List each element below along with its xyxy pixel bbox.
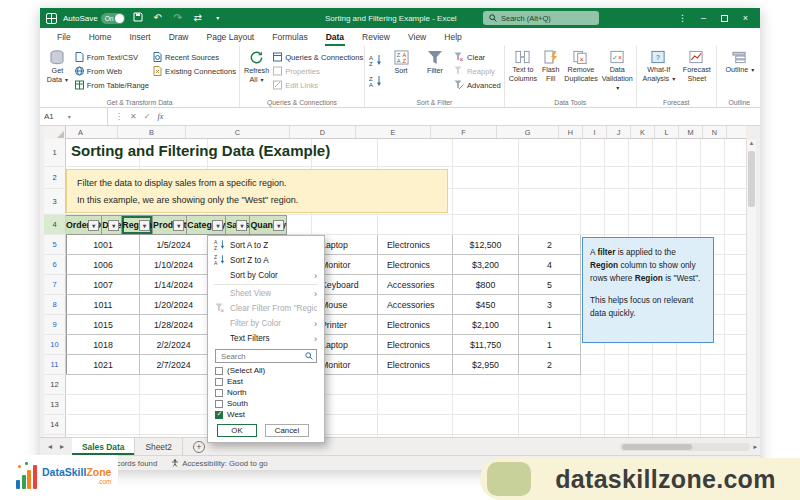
table-cell[interactable]: Electronics [378,355,453,375]
from-table-range-button[interactable]: From Table/Range [75,79,149,91]
horizontal-scroll-thumb[interactable] [622,444,692,450]
table-cell[interactable]: 1/20/2024 [140,295,208,315]
vertical-scrollbar[interactable]: ▲ [746,139,756,437]
checkbox-icon[interactable] [215,378,223,386]
column-header[interactable]: E [356,126,431,138]
filter-option[interactable]: South [215,398,317,409]
table-cell[interactable]: 1015 [66,315,140,335]
table-cell[interactable]: $800 [453,275,519,295]
close-button[interactable]: × [735,8,756,28]
sort-a-to-z-button[interactable]: AZ [369,52,382,70]
table-cell[interactable]: $2,100 [453,315,519,335]
checkbox-icon[interactable] [215,411,223,419]
row-header[interactable]: 1 [44,139,66,166]
drag-handle-icon[interactable]: ⋮ [115,112,123,121]
queries-connections-button[interactable]: Queries & Connections [273,51,363,63]
sheet-nav-right-icon[interactable]: ▸ [60,442,64,451]
horizontal-scrollbar[interactable] [620,443,750,451]
ribbon-options-button[interactable]: ⋮ [672,8,693,28]
table-cell[interactable]: 2 [519,355,581,375]
filter-dropdown-button[interactable]: ▾ [108,220,119,231]
checkbox-icon[interactable] [215,389,223,397]
column-header[interactable]: F [431,126,497,138]
forecast-sheet-button[interactable]: Forecast Sheet [681,48,713,83]
row-header[interactable]: 2 [44,167,66,188]
table-cell[interactable]: $450 [453,295,519,315]
row-header[interactable]: 11 [44,355,66,374]
tab-draw[interactable]: Draw [160,29,198,46]
row-header[interactable]: 4 [44,215,66,234]
row-header[interactable]: 9 [44,315,66,334]
table-cell[interactable]: 1001 [66,235,140,255]
toggle-switch[interactable]: On [101,13,125,24]
customize-toolbar-button[interactable]: ⇄ [191,13,205,23]
tab-help[interactable]: Help [435,29,470,46]
scroll-right-icon[interactable]: ▸ [753,443,757,451]
table-cell[interactable]: 2/2/2024 [140,335,208,355]
table-cell[interactable]: 4 [519,255,581,275]
menu-item-clear-filter[interactable]: × Clear Filter From "Region" [208,301,324,316]
column-header[interactable]: G [497,126,559,138]
filter-option[interactable]: North [215,387,317,398]
menu-item-filter-by-color[interactable]: Filter by Color› [208,316,324,331]
column-header[interactable]: M [679,126,703,138]
table-cell[interactable]: 1011 [66,295,140,315]
row-header[interactable]: 6 [44,255,66,274]
table-cell[interactable]: 1006 [66,255,140,275]
filter-option[interactable]: (Select All) [215,365,317,376]
filter-dropdown-button[interactable]: ▾ [273,220,284,231]
select-all-corner[interactable] [44,126,66,139]
table-cell[interactable]: 1018 [66,335,140,355]
table-cell[interactable]: Electronics [378,255,453,275]
table-cell[interactable]: Electronics [378,315,453,335]
table-cell[interactable]: 1 [519,315,581,335]
tab-home[interactable]: Home [80,29,121,46]
column-header[interactable]: C [186,126,290,138]
table-cell[interactable]: Accessories [378,295,453,315]
table-cell[interactable]: Accessories [378,275,453,295]
menu-item-sort-by-color[interactable]: Sort by Color› [208,268,324,283]
scroll-up-icon[interactable]: ▲ [747,140,756,146]
undo-button[interactable]: ↶ [151,13,165,23]
filter-dropdown-button[interactable]: ▾ [139,220,150,231]
accessibility-status[interactable]: Accessibility: Good to go [164,459,274,468]
column-header[interactable]: L [655,126,679,138]
insert-function-button[interactable]: fx [157,112,163,121]
formula-input[interactable] [170,108,760,125]
table-cell[interactable]: $3,200 [453,255,519,275]
confirm-entry-icon[interactable]: ✓ [144,112,151,121]
data-validation-button[interactable]: ✓× Data Validation ▾ [602,48,633,93]
filter-dropdown-button[interactable]: ▾ [88,220,99,231]
table-cell[interactable]: $11,750 [453,335,519,355]
sheet-tab-sheet2[interactable]: Sheet2 [135,438,183,455]
table-header-cell[interactable]: Region ▾ [122,215,153,235]
from-text-csv-button[interactable]: From Text/CSV [75,51,149,63]
name-box[interactable]: A1 ▾ [40,108,108,125]
table-header-cell[interactable]: Sales ▾ [226,215,250,235]
column-header[interactable]: D [290,126,356,138]
new-sheet-button[interactable]: + [193,441,205,453]
ok-button[interactable]: OK [217,424,257,437]
column-header[interactable]: K [631,126,655,138]
tab-formulas[interactable]: Formulas [263,29,316,46]
recent-sources-button[interactable]: Recent Sources [153,51,236,63]
column-header[interactable]: I [583,126,607,138]
filter-button[interactable]: Filter [420,48,450,75]
chevron-down-icon[interactable]: ▾ [211,13,225,23]
tab-review[interactable]: Review [353,29,399,46]
row-header[interactable]: 14 [44,415,66,434]
column-header[interactable]: H [559,126,583,138]
menu-item-sheet-view[interactable]: Sheet View› [208,286,324,301]
row-header[interactable]: 3 [44,189,66,214]
filter-dropdown-button[interactable]: ▾ [173,220,184,231]
get-data-button[interactable]: Get Data ▾ [44,48,71,85]
table-cell[interactable]: 1021 [66,355,140,375]
autosave-toggle[interactable]: AutoSave On [63,13,125,24]
from-web-button[interactable]: From Web [75,65,149,77]
row-header[interactable]: 15 [44,435,66,437]
table-header-cell[interactable]: Order ID ▾ [66,215,102,235]
table-header-cell[interactable]: Date ▾ [102,215,122,235]
existing-connections-button[interactable]: Existing Connections [153,65,236,77]
advanced-filter-button[interactable]: Advanced [454,79,501,91]
table-cell[interactable]: 1/5/2024 [140,235,208,255]
